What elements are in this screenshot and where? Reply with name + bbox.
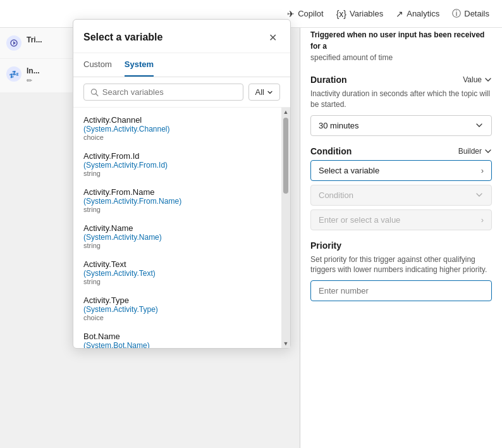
duration-dropdown-chevron-icon (475, 121, 484, 130)
priority-input[interactable] (310, 280, 492, 301)
variable-name: Activity.From.Name (83, 187, 271, 197)
modal-close-button[interactable]: ✕ (265, 30, 280, 45)
panel-description: Triggered when no user input has been re… (310, 29, 492, 63)
condition-header: Condition Builder (310, 146, 492, 156)
condition-section: Condition Builder Select a variable › Co… (310, 146, 492, 230)
scroll-down-arrow[interactable]: ▼ (283, 340, 289, 347)
variable-type: string (83, 206, 271, 213)
priority-label: Priority (310, 240, 341, 251)
duration-mode-toggle[interactable]: Value (463, 75, 492, 84)
condition-operator-dropdown: Condition (310, 185, 492, 206)
duration-section: Duration Value Inactivity duration in se… (310, 75, 492, 136)
variable-sys: (System.Activity.Type) (83, 305, 271, 314)
variable-name: Activity.Type (83, 296, 271, 305)
analytics-icon: ↗ (396, 9, 403, 19)
variable-list: Activity.Channel (System.Activity.Channe… (73, 108, 281, 348)
nav-label-details: Details (464, 9, 489, 18)
variable-sys: (System.Activity.Text) (83, 269, 271, 278)
left-item-trigger[interactable]: Tri... (0, 28, 73, 59)
variable-name: Activity.Text (83, 259, 271, 269)
modal-header: Select a variable ✕ (73, 20, 290, 53)
condition-placeholder: Condition (319, 190, 353, 200)
svg-line-3 (96, 94, 98, 96)
search-icon (90, 88, 99, 97)
variable-type: choice (83, 314, 271, 321)
condition-mode-toggle[interactable]: Builder (458, 147, 492, 156)
nav-label-copilot: Copilot (298, 9, 323, 18)
modal-search-area: All (73, 77, 290, 108)
nav-label-variables: Variables (350, 9, 383, 18)
variable-item-activity-from-name[interactable]: Activity.From.Name (System.Activity.From… (73, 182, 281, 218)
scrollbar[interactable]: ▲ ▼ (281, 108, 290, 348)
variable-item-activity-channel[interactable]: Activity.Channel (System.Activity.Channe… (73, 110, 281, 146)
tab-custom[interactable]: Custom (83, 53, 112, 77)
nav-item-copilot[interactable]: ✈ Copilot (287, 9, 323, 19)
left-panel: Tri... 💤 In... ✏ (0, 28, 73, 93)
nav-item-variables[interactable]: {x} Variables (336, 9, 384, 19)
nav-label-analytics: Analytics (407, 9, 439, 18)
variable-sys: (System.Activity.From.Name) (83, 197, 271, 206)
variable-item-activity-type[interactable]: Activity.Type (System.Activity.Type) cho… (73, 290, 281, 327)
svg-marker-1 (13, 41, 16, 45)
inactivity-icon: 💤 (6, 66, 21, 82)
left-item-inactivity[interactable]: 💤 In... ✏ (0, 59, 73, 93)
tab-system[interactable]: System (125, 53, 154, 77)
variable-name: Activity.Channel (83, 115, 271, 125)
scroll-up-arrow[interactable]: ▲ (283, 109, 289, 115)
select-variable-button[interactable]: Select a variable › (310, 160, 492, 181)
condition-label: Condition (310, 146, 352, 156)
priority-description: Set priority for this trigger against ot… (310, 254, 492, 276)
variable-name: Activity.Name (83, 223, 271, 233)
search-input-wrapper[interactable] (83, 84, 243, 101)
inactivity-label: In... (27, 66, 40, 75)
inactivity-properties-panel: Inactivity properties ✕ Triggered when n… (300, 0, 502, 448)
filter-chevron-icon (267, 89, 273, 96)
modal-title: Select a variable (83, 32, 162, 43)
variables-icon: {x} (336, 9, 346, 19)
variable-sys: (System.Activity.Name) (83, 233, 271, 242)
pencil-icon: ✏ (27, 77, 40, 85)
select-variable-label: Select a variable (319, 166, 379, 175)
variable-item-activity-from-id[interactable]: Activity.From.Id (System.Activity.From.I… (73, 146, 281, 182)
variable-list-container: Activity.Channel (System.Activity.Channe… (73, 108, 290, 348)
duration-value: 30 minutes (319, 121, 359, 130)
modal-tabs: Custom System (73, 53, 290, 77)
variable-type: string (83, 278, 271, 285)
details-icon: ⓘ (452, 8, 461, 20)
variable-item-activity-text[interactable]: Activity.Text (System.Activity.Text) str… (73, 254, 281, 290)
priority-header: Priority (310, 240, 492, 251)
variable-item-bot-name[interactable]: Bot.Name (System.Bot.Name) (73, 327, 281, 348)
variable-sys: (System.Activity.From.Id) (83, 161, 271, 170)
variable-type: string (83, 170, 271, 177)
duration-dropdown[interactable]: 30 minutes (310, 115, 492, 136)
variable-sys: (System.Bot.Name) (83, 341, 271, 348)
duration-mode-chevron-icon (484, 76, 492, 84)
trigger-label: Tri... (27, 35, 42, 44)
search-filter-dropdown[interactable]: All (248, 84, 280, 101)
condition-mode-chevron-icon (484, 147, 492, 155)
condition-mode-label: Builder (458, 147, 482, 156)
trigger-icon (6, 35, 21, 51)
variable-type: string (83, 242, 271, 249)
value-placeholder: Enter or select a value (319, 215, 400, 225)
search-input[interactable] (102, 87, 236, 97)
condition-value-input: Enter or select a value › (310, 209, 492, 230)
duration-description: Inactivity duration in seconds after whi… (310, 89, 492, 110)
description-regular: specified amount of time (310, 53, 393, 62)
variable-item-activity-name[interactable]: Activity.Name (System.Activity.Name) str… (73, 218, 281, 254)
scroll-thumb[interactable] (283, 118, 288, 194)
variable-type: choice (83, 134, 271, 141)
variable-name: Bot.Name (83, 332, 271, 341)
priority-section: Priority Set priority for this trigger a… (310, 240, 492, 302)
duration-label: Duration (310, 75, 347, 85)
value-chevron-icon: › (481, 215, 484, 225)
variable-sys: (System.Activity.Channel) (83, 125, 271, 134)
nav-item-details[interactable]: ⓘ Details (452, 8, 489, 20)
condition-chevron-icon (475, 190, 484, 199)
filter-label: All (255, 87, 264, 97)
duration-header: Duration Value (310, 75, 492, 85)
nav-item-analytics[interactable]: ↗ Analytics (396, 9, 439, 19)
description-bold: Triggered when no user input has been re… (310, 30, 484, 51)
variable-name: Activity.From.Id (83, 151, 271, 161)
select-variable-chevron-icon: › (481, 166, 484, 175)
